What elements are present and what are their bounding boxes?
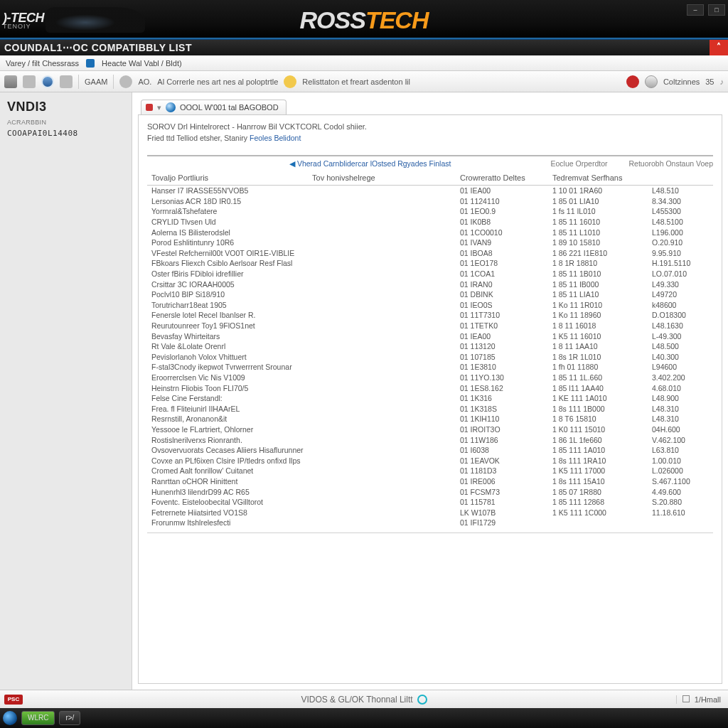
work-area: VNDI3 ACRARBBIN COOAPAI0L14408 ▾ OOOL W'… — [0, 92, 728, 690]
toolbar-label-right[interactable]: Relisttaton et freart asdenton lil — [302, 77, 410, 86]
cell-name: Yessooe le FLartriert, Ohlorner — [147, 425, 460, 434]
grid-head-a2[interactable]: Tov honivshelrege — [312, 173, 375, 182]
table-row[interactable]: Felse Cine Ferstandl:01 1K3161 KE 111 1A… — [147, 393, 713, 404]
table-row[interactable]: Torutricharr18eat 190501 IEO0S1 Ko 11 1R… — [147, 300, 713, 311]
table-row[interactable]: Poclvl10 BlP Si18/91001 DBINK1 85 11 LIA… — [147, 289, 713, 300]
toolbar-label-mid[interactable]: Al Correrle nes art nes al poloptrtle — [157, 77, 278, 86]
cell-name: Ovsovervuorats Cecases Aliiers Hisafluru… — [147, 446, 460, 454]
table-row[interactable]: Rt Vale &Lolate Orenrl01 1131201 8 11 1A… — [147, 341, 713, 352]
grid-head-d[interactable] — [652, 173, 713, 182]
start-orb-icon[interactable] — [3, 711, 17, 725]
cell-val-1: 01 1E3810 — [460, 363, 552, 371]
taskbar-button-1[interactable]: WLRC — [21, 711, 55, 725]
table-row[interactable]: Fenersle lotel Recel Ibanlser R.01 11T73… — [147, 310, 713, 321]
alert-icon[interactable] — [626, 75, 639, 88]
table-row[interactable]: Eroorrerclsen Vic Nis V100901 11YO.1301 … — [147, 373, 713, 383]
cell-name: Eroorrerclsen Vic Nis V1009 — [147, 373, 460, 382]
panel: SOROV Drl Hintelrorect - Hanrrow Bil VCK… — [138, 115, 722, 684]
table-row[interactable]: Ranrttan oCHOR Hinittent01 IRE0061 8s 11… — [147, 476, 713, 487]
cell-val-2: 1 8 T6 15810 — [552, 414, 652, 423]
menu-item-1[interactable]: Varey / filt Chessrass — [6, 59, 79, 68]
table-row[interactable]: Ovsovervuorats Cecases Aliiers Hisafluru… — [147, 445, 713, 456]
close-button[interactable]: ˄ — [710, 40, 728, 55]
status-right: 1/Hmall — [676, 695, 721, 704]
table-row[interactable]: Covxe an PLf6ixen Clsire IP/tledrs onfix… — [147, 455, 713, 466]
table-row[interactable]: F-stal3Cnody ikepwot Tvrwerrrent Srounar… — [147, 362, 713, 373]
table-row[interactable]: Bevasfay Whirteitars01 IEA001 K5 11 1601… — [147, 331, 713, 341]
table-row[interactable]: Hanser I7 IRASSE55N'VOB501 IEA001 10 01 … — [147, 186, 713, 196]
table-row[interactable]: Aolerna IS Bilisterodslel01 1CO00101 85 … — [147, 227, 713, 237]
table-row[interactable]: Rostislnerilverxs Rionranth.01 11W1861 8… — [147, 434, 713, 445]
grid-header: Tovaljo Portliuris Tov honivshelrege Cro… — [147, 171, 713, 186]
cell-val-3: LO.07.010 — [652, 269, 713, 278]
sidebar: VNDI3 ACRARBBIN COOAPAI0L14408 — [0, 92, 132, 690]
banner-logo: ROSSTECH — [300, 6, 429, 34]
cell-val-2: 1 KE 111 1A010 — [552, 394, 652, 402]
shield-icon[interactable] — [284, 75, 296, 88]
cell-val-2: 1 K5 111 17000 — [552, 466, 652, 475]
table-row[interactable]: Fetrernete Hiiatsirted VO1S8LK W107B1 K5… — [147, 507, 713, 518]
cell-val-1: 01 IEO0S — [460, 301, 552, 309]
table-row[interactable]: Resrnstill, Aronanon&it01 1KIH1101 8 T6 … — [147, 414, 713, 424]
panel-sub-link[interactable]: Feoles Belidont — [250, 134, 301, 142]
table-row[interactable]: Yessooe le FLartriert, Ohlorner01 IROIT3… — [147, 424, 713, 435]
cell-val-2: 1 85 01 LIA10 — [552, 197, 652, 205]
table-row[interactable]: Foventc. Eisteloobecital VGilltorot01 11… — [147, 497, 713, 508]
cell-val-3: L48.5100 — [652, 218, 713, 226]
gear-icon[interactable] — [645, 75, 658, 88]
table-row[interactable]: Cromed Aalt fonrillow' Cuitanet01 1181D3… — [147, 466, 713, 476]
cell-val-1: 01 1ES8.162 — [460, 384, 552, 392]
tab-strip: ▾ OOOL W'001 tal BAGOBOD — [138, 97, 722, 115]
grid-head-c[interactable]: Tedremvat Serfhans — [552, 173, 652, 182]
car-silhouette-icon — [46, 7, 145, 33]
table-row[interactable]: VFestel Refchernil00t VO0T OIR1E-VIBLIE0… — [147, 248, 713, 259]
cell-val-3: 4.49.600 — [652, 488, 713, 496]
toolbar-options-label[interactable]: Coltzinnes — [663, 77, 700, 86]
cell-val-3: L49720 — [652, 290, 713, 299]
table-row[interactable]: Hunenrhl3 lilendrD99 AC R6501 FCSM731 85… — [147, 486, 713, 497]
table-row[interactable]: Frorunmw Itshlrelesfecti01 IFI1729 — [147, 518, 713, 528]
toolbar-icon-4[interactable] — [60, 75, 73, 88]
cell-val-1: 01 1K318S — [460, 405, 552, 413]
table-row[interactable]: Oster fBiris FDibloi idrefillier01 1COA1… — [147, 269, 713, 279]
print-icon[interactable] — [4, 75, 17, 88]
cell-val-3: L455300 — [652, 207, 713, 215]
cell-name: Torutricharr18eat 1905 — [147, 301, 460, 309]
disk-icon[interactable] — [41, 75, 54, 88]
menu-icon[interactable] — [86, 59, 95, 68]
chevron-left-icon[interactable]: ◀ — [289, 159, 295, 168]
toolbar-icon-2[interactable] — [23, 75, 36, 88]
table-row[interactable]: Reurutounreer Toy1 9FlOS1net01 1TETK01 8… — [147, 321, 713, 331]
cell-name: VFestel Refchernil00t VO0T OIR1E-VIBLIE — [147, 249, 460, 257]
cell-val-1: 01 11W186 — [460, 436, 552, 444]
cell-val-1: 01 11T7310 — [460, 311, 552, 319]
table-row[interactable]: Lersonias ACR 18D IR0.1501 11241101 85 0… — [147, 196, 713, 207]
info-icon[interactable] — [119, 75, 132, 88]
grid-head-a[interactable]: Tovaljo Portliuris — [151, 173, 208, 182]
table-row[interactable]: Frea. fl Fliteiunirl IIHAArEL01 1K318S1 … — [147, 403, 713, 414]
minimize-button[interactable]: – — [687, 4, 704, 16]
table-row[interactable]: Pevislorlanoh Volox Vhittuert01 1071851 … — [147, 352, 713, 363]
table-row[interactable]: CRYLID Tlvsen Uld01 IK0B81 85 11 16010L4… — [147, 217, 713, 228]
table-row[interactable]: Heinstrn Fliobis Toon FLI70/501 1ES8.162… — [147, 382, 713, 393]
maximize-button[interactable]: □ — [708, 4, 725, 16]
toolbar-label-ao[interactable]: AO. — [138, 77, 151, 86]
table-row[interactable]: Crsittar 3C IORAAH000501 IRAN01 85 11 IB… — [147, 279, 713, 289]
menu-item-2[interactable]: Heacte Wal Vabl / Bldt) — [102, 59, 182, 68]
status-center-icon — [417, 695, 427, 705]
toolbar-label-gam[interactable]: GAAM — [85, 77, 107, 86]
cell-name: Lersonias ACR 18D IR0.15 — [147, 197, 460, 205]
cell-name: Porod Eshlitintunry 10R6 — [147, 238, 460, 247]
table-row[interactable]: FBkoars Fliexch Csiblo Aerlsoar Resf Fla… — [147, 258, 713, 269]
window-title: COUNDAL1⋯OC COMPATIBBLY LIST — [4, 42, 192, 53]
cell-val-2: 1 8 11 1AA10 — [552, 342, 652, 350]
cell-val-2 — [552, 518, 652, 527]
cell-val-1: 01 107185 — [460, 353, 552, 361]
cell-val-1: 01 1K316 — [460, 394, 552, 402]
table-row[interactable]: Porod Eshlitintunry 10R601 IVAN91 89 10 … — [147, 237, 713, 248]
table-row[interactable]: Yorrnral&Tshefatere01 1EO0.91 fs 11 IL01… — [147, 206, 713, 217]
taskbar-button-2[interactable]: r>/ — [59, 711, 80, 725]
tab-main[interactable]: ▾ OOOL W'001 tal BAGOBOD — [141, 100, 287, 114]
cell-val-3 — [652, 518, 713, 527]
grid-head-b[interactable]: Crowreratto Deltes — [460, 173, 552, 182]
